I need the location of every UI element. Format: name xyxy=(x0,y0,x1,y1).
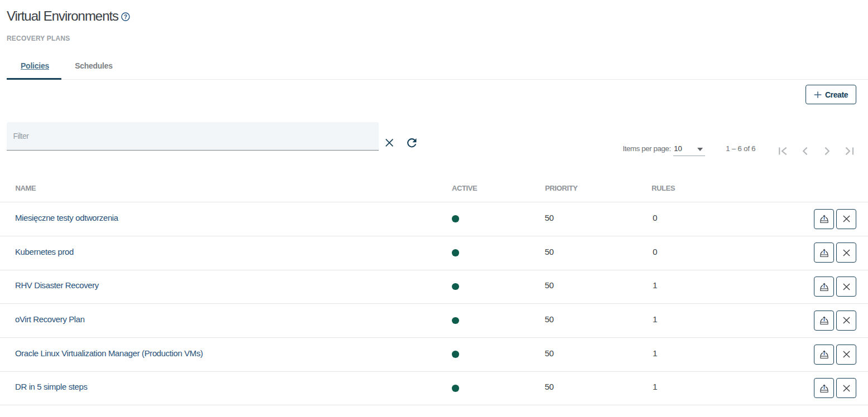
svg-text:?: ? xyxy=(123,13,127,20)
